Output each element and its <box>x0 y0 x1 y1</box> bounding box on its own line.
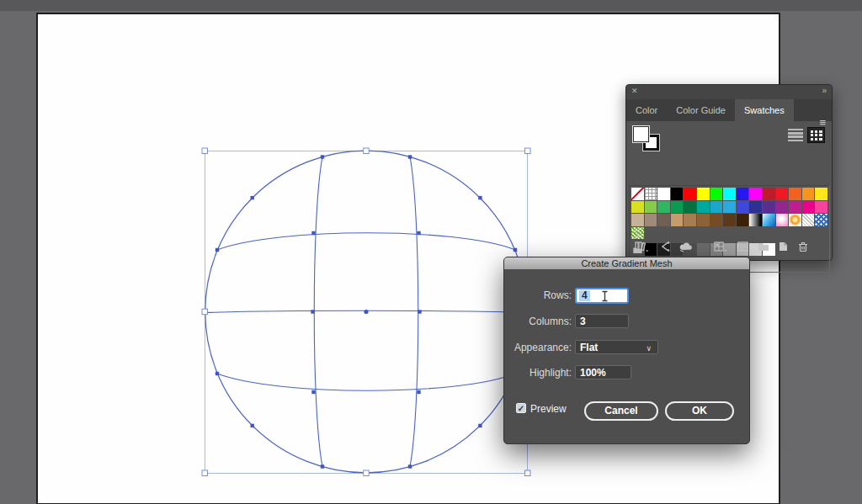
swatches-panel: ✕ » ColorColor GuideSwatches ≡ <box>625 84 833 261</box>
create-gradient-mesh-dialog: Create Gradient Mesh Rows: 4 Columns: 3 … <box>503 257 750 444</box>
panel-tab-bar: ColorColor GuideSwatches ≡ <box>626 99 832 121</box>
appearance-row: Appearance: Flat ∨ <box>504 340 749 357</box>
rows-value-selected: 4 <box>579 290 590 301</box>
swatch-gradient-pink[interactable] <box>776 214 789 226</box>
panel-toolbar <box>630 240 828 255</box>
swatch[interactable] <box>749 201 762 214</box>
swatch[interactable] <box>671 188 684 200</box>
swatch[interactable] <box>789 188 801 200</box>
dialog-footer: ✓ Preview Cancel OK <box>504 401 749 422</box>
swatch[interactable] <box>631 201 644 214</box>
tab-swatches[interactable]: Swatches <box>735 99 794 121</box>
close-icon[interactable]: ✕ <box>631 87 638 95</box>
highlight-input[interactable]: 100% <box>575 365 631 379</box>
swatch[interactable] <box>657 188 670 200</box>
appearance-dropdown[interactable]: Flat ∨ <box>575 340 658 354</box>
chevron-down-icon: ∨ <box>646 342 652 355</box>
swatch-libraries-icon[interactable] <box>634 240 649 253</box>
swatch[interactable] <box>684 188 696 200</box>
swatch-row <box>631 188 827 200</box>
swatch[interactable] <box>645 201 657 214</box>
pasteboard-top-strip <box>0 0 862 11</box>
swatch[interactable] <box>776 188 789 200</box>
swatch-pattern-white[interactable] <box>802 214 815 226</box>
columns-input[interactable]: 3 <box>575 314 629 328</box>
swatch-none[interactable] <box>631 188 644 200</box>
text-cursor-icon <box>601 290 609 302</box>
rows-label: Rows: <box>504 288 572 304</box>
collapse-panel-icon[interactable]: » <box>822 86 827 95</box>
swatch[interactable] <box>737 201 749 214</box>
panel-header: ✕ » <box>626 85 832 99</box>
new-swatch-icon[interactable] <box>777 240 789 253</box>
dialog-title[interactable]: Create Gradient Mesh <box>504 257 749 269</box>
swatch[interactable] <box>657 214 670 226</box>
swatch[interactable] <box>710 201 723 214</box>
swatch[interactable] <box>671 201 684 214</box>
swatch-kinds-grid-icon[interactable] <box>713 240 728 253</box>
tab-color[interactable]: Color <box>626 99 667 121</box>
swatch[interactable] <box>737 188 749 200</box>
swatch[interactable] <box>657 201 670 214</box>
list-view-icon[interactable] <box>788 128 803 142</box>
swatch-row <box>631 214 827 226</box>
swatch-gradient-blue[interactable] <box>763 214 775 226</box>
swatch-gradient-bw[interactable] <box>749 214 762 226</box>
tab-color-guide[interactable]: Color Guide <box>667 99 735 121</box>
appearance-label: Appearance: <box>504 340 572 356</box>
swatch[interactable] <box>802 188 815 200</box>
swatch[interactable] <box>815 188 827 200</box>
fill-stroke-proxy[interactable] <box>633 126 660 150</box>
swatch[interactable] <box>763 188 775 200</box>
swatch[interactable] <box>697 188 710 200</box>
swatch[interactable] <box>697 214 710 226</box>
grid-view-icon[interactable] <box>807 127 825 143</box>
highlight-label: Highlight: <box>504 365 572 381</box>
swatch[interactable] <box>815 201 827 214</box>
swatch-registration[interactable] <box>645 188 657 200</box>
appearance-value: Flat <box>580 342 598 353</box>
preview-label: Preview <box>530 403 567 415</box>
swatch[interactable] <box>631 214 644 226</box>
swatch-gradient-orange[interactable] <box>789 214 801 226</box>
ok-button[interactable]: OK <box>665 401 734 421</box>
new-color-group-icon[interactable] <box>757 240 770 253</box>
swatch[interactable] <box>710 188 723 200</box>
columns-row: Columns: 3 <box>504 314 749 331</box>
swatch[interactable] <box>645 214 657 226</box>
swatch[interactable] <box>710 214 723 226</box>
swatch[interactable] <box>684 201 696 214</box>
swatch[interactable] <box>684 214 696 226</box>
swatch-options-icon[interactable] <box>737 240 749 253</box>
preview-checkbox[interactable]: ✓ <box>516 403 526 413</box>
fill-proxy[interactable] <box>633 126 649 142</box>
swatch[interactable] <box>737 214 749 226</box>
highlight-row: Highlight: 100% <box>504 365 749 382</box>
swatch[interactable] <box>723 201 736 214</box>
rows-row: Rows: 4 <box>504 288 749 305</box>
swatch-row <box>631 201 827 214</box>
swatch-pattern-blue[interactable] <box>815 214 827 226</box>
swatch-row <box>631 227 827 240</box>
swatch-pattern-green[interactable] <box>631 227 644 240</box>
show-swatch-kinds-icon[interactable] <box>659 240 671 253</box>
view-toggles <box>788 127 825 143</box>
swatch[interactable] <box>749 188 762 200</box>
swatch[interactable] <box>802 201 815 214</box>
swatch[interactable] <box>697 201 710 214</box>
swatch[interactable] <box>776 201 789 214</box>
illustrator-workspace: ✕ » ColorColor GuideSwatches ≡ Create Gr… <box>0 0 862 504</box>
rows-input[interactable]: 4 <box>575 288 629 304</box>
panel-body <box>626 121 832 260</box>
columns-label: Columns: <box>504 314 572 330</box>
swatch[interactable] <box>789 201 801 214</box>
cc-libraries-icon[interactable] <box>678 240 694 253</box>
swatch[interactable] <box>723 188 736 200</box>
delete-swatch-icon[interactable] <box>797 240 809 253</box>
swatch[interactable] <box>723 214 736 226</box>
cancel-button[interactable]: Cancel <box>584 401 658 421</box>
swatch[interactable] <box>763 201 775 214</box>
swatch[interactable] <box>671 214 684 226</box>
